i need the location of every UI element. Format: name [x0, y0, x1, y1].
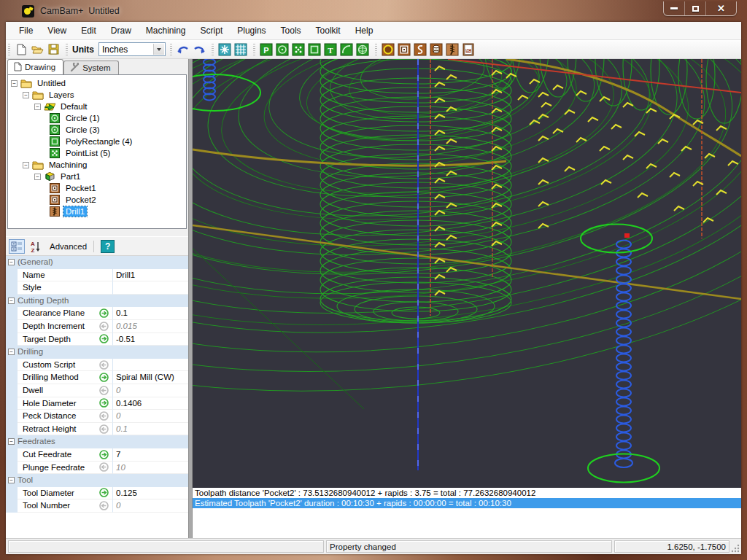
- property-value[interactable]: 0.015: [112, 320, 188, 333]
- property-value[interactable]: 0.1: [112, 423, 188, 436]
- tree-item-machining[interactable]: − Machining: [8, 159, 186, 171]
- draw-text-button[interactable]: T: [322, 42, 338, 58]
- menu-item-tools[interactable]: Tools: [274, 23, 309, 39]
- open-file-button[interactable]: [29, 42, 45, 58]
- draw-point-list-button[interactable]: [290, 42, 306, 58]
- value-default-icon[interactable]: [99, 320, 112, 333]
- menu-item-edit[interactable]: Edit: [74, 23, 104, 39]
- property-value[interactable]: 0: [112, 384, 188, 397]
- draw-surface-button[interactable]: [355, 42, 371, 58]
- units-select[interactable]: Inches: [98, 42, 166, 56]
- value-set-icon[interactable]: [99, 371, 112, 384]
- value-set-icon[interactable]: [99, 333, 112, 346]
- resize-grip[interactable]: [729, 540, 740, 553]
- tree-item-part1[interactable]: − Part1: [8, 171, 186, 182]
- tree-item-layers[interactable]: − Layers: [8, 89, 186, 101]
- property-value[interactable]: 0: [112, 410, 188, 423]
- property-value[interactable]: 0: [112, 499, 188, 513]
- collapse-toggle-icon[interactable]: −: [11, 80, 18, 87]
- collapse-toggle-icon[interactable]: −: [23, 162, 29, 168]
- menu-item-machining[interactable]: Machining: [139, 23, 193, 39]
- value-default-icon[interactable]: [99, 384, 112, 397]
- value-default-icon[interactable]: [99, 359, 112, 372]
- draw-arc-button[interactable]: [338, 42, 355, 58]
- value-set-icon[interactable]: [99, 448, 112, 462]
- value-default-icon[interactable]: [99, 423, 112, 436]
- collapse-toggle-icon[interactable]: −: [34, 174, 41, 180]
- tree-item-pocket1[interactable]: Pocket1: [8, 182, 186, 194]
- property-value[interactable]: -0.51: [112, 333, 188, 346]
- draw-polyline-button[interactable]: P: [258, 42, 274, 58]
- collapse-toggle-icon[interactable]: −: [8, 438, 15, 445]
- lathe-mop-button[interactable]: [428, 42, 444, 58]
- new-file-button[interactable]: [13, 42, 29, 58]
- drill-mop-button[interactable]: [444, 42, 460, 58]
- tree-item-polyrectangle[interactable]: PolyRectangle (4): [8, 136, 186, 147]
- pocket-mop-button[interactable]: [396, 42, 412, 58]
- property-value[interactable]: 10: [112, 462, 188, 475]
- menu-item-draw[interactable]: Draw: [104, 23, 139, 39]
- property-value[interactable]: 0.125: [112, 487, 188, 500]
- category-row-feedrates[interactable]: − Feedrates: [6, 435, 188, 448]
- menu-item-script[interactable]: Script: [193, 23, 231, 39]
- category-row-tool[interactable]: − Tool: [6, 474, 188, 487]
- category-row-general[interactable]: − (General): [6, 256, 188, 269]
- engrave-mop-button[interactable]: [412, 42, 428, 58]
- alphabetical-sort-button[interactable]: AZ: [28, 239, 44, 254]
- collapse-toggle-icon[interactable]: −: [8, 298, 15, 304]
- tab-system[interactable]: System: [63, 61, 118, 74]
- value-default-icon[interactable]: [99, 462, 112, 475]
- redo-button[interactable]: [191, 42, 207, 58]
- property-value[interactable]: 7: [112, 448, 188, 462]
- toolpath-viewport-canvas[interactable]: [193, 59, 741, 488]
- menu-item-help[interactable]: Help: [348, 23, 381, 39]
- show-grid-button[interactable]: [233, 42, 249, 58]
- value-default-icon[interactable]: [99, 410, 112, 423]
- menu-item-file[interactable]: File: [12, 23, 40, 39]
- value-set-icon[interactable]: [99, 487, 112, 500]
- value-default-icon[interactable]: [99, 499, 112, 513]
- property-value[interactable]: [112, 281, 188, 295]
- collapse-toggle-icon[interactable]: −: [8, 477, 15, 483]
- menu-item-toolkit[interactable]: Toolkit: [309, 23, 348, 39]
- menu-item-plugins[interactable]: Plugins: [230, 23, 273, 39]
- property-value[interactable]: [112, 359, 188, 372]
- toolpath-distance-message[interactable]: Toolpath distance 'Pocket2' : 73.5132680…: [193, 488, 741, 498]
- tree-item-pocket2[interactable]: Pocket2: [8, 194, 186, 206]
- property-value[interactable]: Drill1: [112, 269, 188, 282]
- tree-item-default-layer[interactable]: − Default: [8, 101, 186, 112]
- tree-item-drill1[interactable]: Drill1: [8, 206, 186, 217]
- menu-item-view[interactable]: View: [40, 23, 74, 39]
- toolpath-duration-message[interactable]: Estimated Toolpath 'Pocket2' duration : …: [193, 498, 741, 508]
- snap-to-grid-button[interactable]: [217, 42, 233, 58]
- collapse-toggle-icon[interactable]: −: [8, 349, 15, 355]
- value-set-icon[interactable]: [99, 397, 112, 411]
- collapse-toggle-icon[interactable]: −: [34, 104, 41, 110]
- save-file-button[interactable]: [45, 42, 61, 58]
- categorized-view-button[interactable]: [9, 239, 25, 254]
- category-row-cutting-depth[interactable]: − Cutting Depth: [6, 295, 188, 308]
- post-process-button[interactable]: NC: [460, 42, 476, 58]
- tree-item-circle-1[interactable]: Circle (1): [8, 112, 186, 124]
- property-value[interactable]: Spiral Mill (CW): [112, 371, 188, 384]
- tree-item-circle-3[interactable]: Circle (3): [8, 124, 186, 136]
- profile-mop-button[interactable]: [380, 42, 396, 58]
- draw-toolbar-group: P T: [251, 40, 373, 58]
- tree-item-pointlist[interactable]: PointList (5): [8, 147, 186, 159]
- undo-button[interactable]: [175, 42, 191, 58]
- close-button[interactable]: ✕: [706, 1, 736, 15]
- collapse-toggle-icon[interactable]: −: [23, 92, 29, 98]
- maximize-button[interactable]: [685, 1, 706, 15]
- tree-item-untitled[interactable]: − Untitled: [8, 77, 186, 89]
- property-value[interactable]: 0.1406: [112, 397, 188, 411]
- collapse-toggle-icon[interactable]: −: [8, 259, 15, 265]
- draw-rectangle-button[interactable]: [306, 42, 322, 58]
- property-value[interactable]: 0.1: [112, 307, 188, 320]
- category-row-drilling[interactable]: − Drilling: [6, 346, 188, 359]
- draw-circle-button[interactable]: [274, 42, 290, 58]
- advanced-button[interactable]: Advanced: [50, 242, 87, 251]
- value-set-icon[interactable]: [99, 307, 112, 320]
- minimize-button[interactable]: [664, 1, 685, 15]
- help-button[interactable]: ?: [101, 240, 115, 253]
- tab-drawing[interactable]: Drawing: [7, 59, 63, 74]
